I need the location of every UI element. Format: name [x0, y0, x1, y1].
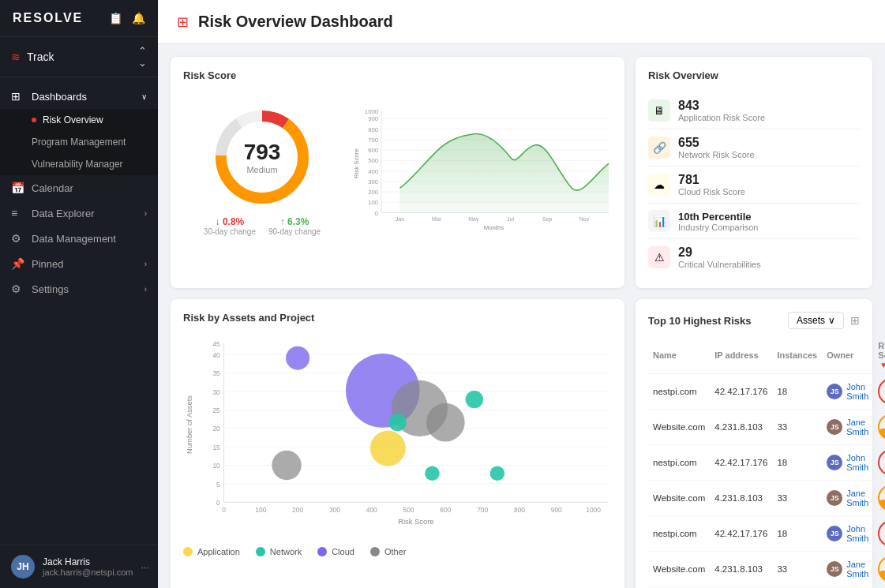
sidebar-item-vulnerability-manager[interactable]: Vulnerability Manager	[0, 153, 158, 175]
svg-text:Risk Score: Risk Score	[398, 518, 433, 526]
user-name: Jack Harris	[43, 556, 133, 567]
svg-text:100: 100	[255, 506, 266, 514]
risk-score-label: Medium	[244, 165, 281, 174]
owner-name[interactable]: Jane Smith	[846, 489, 868, 507]
col-name-header: Name	[648, 337, 710, 374]
svg-text:400: 400	[368, 168, 379, 175]
change-90d-value: ↑ 6.3%	[268, 216, 321, 227]
bubble-other-med	[426, 403, 465, 442]
owner-name[interactable]: Jane Smith	[846, 418, 868, 436]
cell-owner: JS John Smith	[822, 445, 873, 481]
sidebar-item-pinned[interactable]: 📌 Pinned ›	[0, 251, 158, 276]
risk-overview-card: Risk Overview 🖥 843 Application Risk Sco…	[636, 57, 872, 288]
svg-text:May: May	[468, 216, 479, 223]
owner-avatar: JS	[827, 561, 842, 577]
owner-name[interactable]: John Smith	[846, 382, 868, 401]
donut-section: 793 Medium ↓ 0.8% 30-day change ↑ 6.3% 9…	[183, 106, 341, 236]
assets-dropdown[interactable]: Assets ∨	[788, 312, 844, 329]
col-score-header: Risk Score ▼	[873, 337, 885, 374]
owner-name[interactable]: John Smith	[846, 524, 868, 543]
bubble-cloud-small	[286, 346, 309, 370]
svg-text:45: 45	[212, 340, 220, 348]
dashboards-icon: ⊞	[11, 90, 24, 103]
expand-icon[interactable]: ⊞	[850, 314, 860, 327]
cell-ip: 42.42.17.176	[710, 516, 772, 552]
clipboard-icon[interactable]: 📋	[109, 12, 122, 24]
dashboards-submenu: Risk Overview Program Management Vulnera…	[0, 109, 158, 175]
sidebar-item-program-management[interactable]: Program Management	[0, 131, 158, 153]
owner-name[interactable]: Jane Smith	[846, 560, 868, 579]
settings-icon: ⚙	[11, 283, 24, 295]
cell-owner: JS Jane Smith	[822, 481, 873, 516]
cell-score: 723	[873, 410, 885, 445]
risks-table: Name IP address Instances Owner Risk Sco…	[648, 337, 885, 588]
svg-text:Number of Assets: Number of Assets	[186, 395, 193, 454]
app-risk-desc: Application Risk Score	[678, 113, 765, 122]
track-selector[interactable]: ≋ Track ⌃⌄	[0, 37, 158, 77]
top-risks-card: Top 10 Highest Risks Assets ∨ ⊞ Name IP …	[636, 299, 872, 588]
line-chart-svg: 0 100 200 300 400 500 600 700 800 900 10…	[354, 91, 612, 249]
sidebar-item-settings[interactable]: ⚙ Settings ›	[0, 276, 158, 301]
bell-icon[interactable]: 🔔	[132, 12, 145, 24]
cell-score: 723	[873, 481, 885, 516]
owner-avatar: JS	[827, 384, 842, 399]
cell-owner: JS Jane Smith	[822, 410, 873, 445]
main-content: ⊞ Risk Overview Dashboard Risk Score	[158, 0, 885, 588]
owner-avatar: JS	[827, 455, 842, 470]
legend-network: Network	[256, 547, 302, 556]
cell-ip: 42.42.17.176	[710, 445, 772, 481]
svg-text:200: 200	[368, 189, 379, 196]
data-management-icon: ⚙	[11, 232, 24, 245]
network-risk-desc: Network Risk Score	[678, 150, 755, 159]
active-dot	[32, 118, 36, 122]
bubble-network-xlarge	[490, 466, 505, 481]
svg-text:25: 25	[212, 406, 220, 414]
sidebar-item-data-explorer[interactable]: ≡ Data Explorer ›	[0, 200, 158, 226]
cell-score: 400	[873, 516, 885, 552]
donut-center: 793 Medium	[244, 140, 281, 174]
table-row: nestpi.com 42.42.17.176 18 JS John Smith…	[648, 374, 885, 410]
svg-text:0: 0	[216, 499, 220, 507]
bubble-chart-title: Risk by Assets and Project	[183, 312, 612, 324]
critical-risk-info: 29 Critical Vulnerabilities	[678, 245, 761, 269]
top-risks-title: Top 10 Highest Risks	[648, 315, 752, 327]
sidebar-item-dashboards[interactable]: ⊞ Dashboards ∨	[0, 84, 158, 109]
svg-text:35: 35	[212, 369, 220, 377]
sort-icon: ▼	[879, 361, 885, 369]
cell-score: 400	[873, 374, 885, 410]
risk-score-card: Risk Score	[171, 57, 624, 288]
cell-owner: JS John Smith	[822, 374, 873, 410]
sidebar-item-risk-overview[interactable]: Risk Overview	[0, 109, 158, 131]
critical-risk-icon: ⚠	[648, 246, 670, 268]
svg-text:Risk Score: Risk Score	[354, 148, 360, 178]
bubble-network-small	[388, 414, 406, 431]
data-explorer-icon: ≡	[11, 207, 24, 219]
user-info: Jack Harris jack.harris@netspi.com	[43, 556, 133, 577]
sidebar-item-data-management[interactable]: ⚙ Data Management	[0, 226, 158, 251]
score-badge: 723	[878, 414, 885, 440]
owner-name[interactable]: John Smith	[846, 453, 868, 472]
sidebar-item-calendar[interactable]: 📅 Calendar	[0, 175, 158, 200]
network-risk-info: 655 Network Risk Score	[678, 136, 755, 159]
legend-cloud: Cloud	[317, 547, 354, 556]
line-chart-section: 0 100 200 300 400 500 600 700 800 900 10…	[354, 91, 612, 251]
sidebar: RESOLVE 📋 🔔 ≋ Track ⌃⌄ ⊞ Dashboards ∨ Ri…	[0, 0, 158, 588]
app-risk-value: 843	[678, 99, 765, 113]
svg-text:5: 5	[216, 481, 220, 489]
svg-text:Months: Months	[484, 224, 504, 231]
cell-owner: JS Jane Smith	[822, 552, 873, 587]
risks-table-body: nestpi.com 42.42.17.176 18 JS John Smith…	[648, 374, 885, 589]
svg-text:200: 200	[292, 506, 303, 514]
owner-avatar: JS	[827, 490, 842, 506]
svg-text:900: 900	[551, 506, 562, 514]
cell-instances: 18	[772, 374, 822, 410]
svg-text:Mar: Mar	[432, 216, 442, 222]
svg-text:30: 30	[212, 388, 220, 396]
settings-chevron-icon: ›	[144, 285, 147, 294]
content-grid: Risk Score	[158, 44, 885, 588]
risk-item-industry: 📊 10th Percentile Industry Comparison	[648, 204, 860, 239]
industry-risk-desc: Industry Comparison	[678, 223, 759, 232]
risk-item-app: 🖥 843 Application Risk Score	[648, 92, 860, 129]
risk-score-inner: 793 Medium ↓ 0.8% 30-day change ↑ 6.3% 9…	[183, 91, 612, 251]
more-options-icon[interactable]: ···	[141, 561, 149, 573]
